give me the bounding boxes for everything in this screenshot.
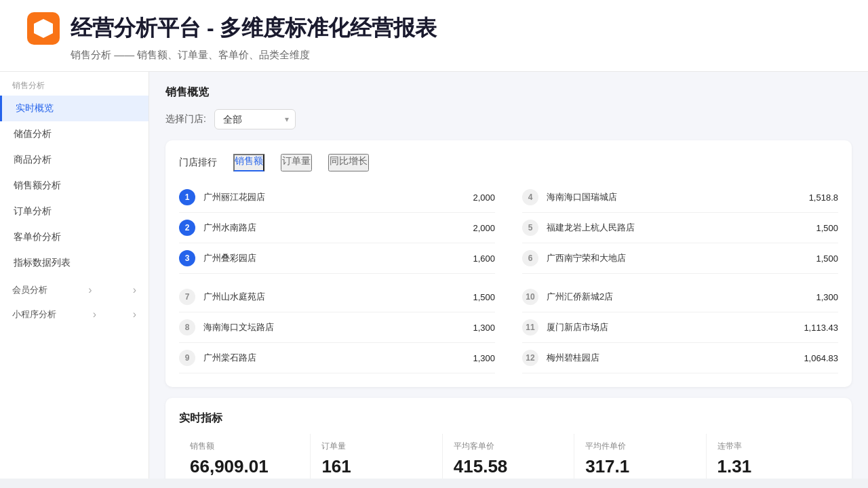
table-row: 6 广西南宁荣和大地店 1,500 [522, 243, 838, 274]
rank-badge-9: 9 [179, 350, 195, 366]
sidebar-category-member: 会员分析 › [0, 276, 149, 300]
store-value: 2,000 [473, 223, 495, 233]
metric-avg-unit-label: 平均件单价 [585, 441, 694, 452]
table-row: 4 海南海口国瑞城店 1,518.8 [522, 182, 838, 213]
store-value: 1,300 [816, 292, 838, 302]
store-name: 福建龙岩上杭人民路店 [547, 222, 808, 234]
sidebar-item-product[interactable]: 商品分析 [0, 147, 149, 173]
store-value: 2,000 [473, 192, 495, 203]
store-name: 广州汇侨新城2店 [547, 291, 808, 303]
store-name: 广州水南路店 [203, 222, 465, 234]
table-row: 3 广州叠彩园店 1,600 [179, 243, 495, 274]
table-row: 12 梅州碧桂园店 1,064.83 [522, 343, 838, 373]
store-value: 1,500 [816, 253, 838, 264]
ranking-tabs-row: 门店排行 销售额 订单量 同比增长 [179, 154, 838, 171]
sidebar-item-orders[interactable]: 订单分析 [0, 199, 149, 224]
overview-title: 销售概览 [165, 85, 852, 100]
logo [27, 12, 60, 45]
ranking-title: 门店排行 [179, 157, 217, 169]
main-content: 销售概览 选择门店: 全部 广州 海南 福建 广西 厦门 梅州 [149, 72, 868, 479]
store-value: 1,518.8 [809, 192, 838, 203]
store-select-wrapper[interactable]: 全部 广州 海南 福建 广西 厦门 梅州 [214, 109, 296, 129]
sidebar-item-sales-analysis[interactable]: 销售额分析 [0, 173, 149, 199]
sidebar-item-member[interactable]: 会员分析 › [12, 284, 136, 296]
store-value: 1,113.43 [804, 323, 838, 333]
table-row: 1 广州丽江花园店 2,000 [179, 182, 495, 213]
metric-avg-unit-value: 317.1 [585, 456, 694, 477]
rank-badge-4: 4 [522, 189, 538, 205]
rank-badge-8: 8 [179, 319, 195, 336]
store-value: 1,500 [473, 292, 495, 302]
store-value: 1,300 [473, 353, 495, 363]
rank-badge-5: 5 [522, 220, 538, 236]
metrics-grid: 销售额 66,909.01 周同比 -1.64% 日环比 +16.45% [179, 434, 838, 479]
page-title: 经营分析平台 - 多维度标准化经营报表 [71, 14, 437, 43]
logo-icon [34, 19, 53, 38]
ranking-card: 门店排行 销售额 订单量 同比增长 1 广州丽江花园店 2,000 [165, 140, 852, 387]
ranking-grid: 1 广州丽江花园店 2,000 2 广州水南路店 2,000 3 广州叠彩园店 [179, 182, 838, 373]
store-value: 1,300 [473, 323, 495, 333]
store-name: 广州叠彩园店 [203, 252, 465, 264]
store-name: 海南海口国瑞城店 [547, 191, 801, 203]
table-row: 2 广州水南路店 2,000 [179, 213, 495, 243]
metric-avg-customer-value: 415.58 [454, 456, 563, 477]
filter-label: 选择门店: [165, 113, 206, 125]
sidebar-category-sales: 销售分析 [0, 72, 149, 96]
store-name: 海南海口文坛路店 [203, 321, 465, 333]
metric-avg-customer-label: 平均客单价 [454, 441, 563, 452]
store-value: 1,064.83 [804, 353, 838, 363]
tab-sales[interactable]: 销售额 [233, 154, 264, 171]
table-row: 9 广州棠石路店 1,300 [179, 343, 495, 373]
store-name: 广西南宁荣和大地店 [547, 252, 808, 264]
store-name: 广州山水庭苑店 [203, 291, 465, 303]
store-select[interactable]: 全部 广州 海南 福建 广西 厦门 梅州 [214, 109, 296, 129]
realtime-metrics-card: 实时指标 销售额 66,909.01 周同比 -1.64% [165, 398, 852, 479]
page-subtitle: 销售分析 —— 销售额、订单量、客单价、品类全维度 [71, 49, 841, 62]
tab-orders[interactable]: 订单量 [281, 154, 312, 171]
metric-avg-unit: 平均件单价 317.1 周同比 -17.96% 日环比 -11.69% [574, 434, 706, 479]
sidebar-item-miniapp[interactable]: 小程序分析 › [12, 308, 136, 321]
ranking-left-col: 1 广州丽江花园店 2,000 2 广州水南路店 2,000 3 广州叠彩园店 [179, 182, 495, 373]
store-value: 1,500 [816, 223, 838, 233]
metric-orders-label: 订单量 [321, 441, 431, 452]
tab-growth[interactable]: 同比增长 [328, 154, 369, 171]
metric-avg-customer: 平均客单价 415.58 周同比 -16.92% 日环比 -16.10% [443, 434, 574, 479]
table-row: 10 广州汇侨新城2店 1,300 [522, 282, 838, 312]
header-top: 经营分析平台 - 多维度标准化经营报表 [27, 12, 841, 45]
sidebar-item-metrics[interactable]: 指标数据列表 [0, 250, 149, 276]
sidebar-item-avg-price[interactable]: 客单价分析 [0, 224, 149, 250]
filter-row: 选择门店: 全部 广州 海南 福建 广西 厦门 梅州 [165, 109, 852, 129]
metric-sales-value: 66,909.01 [190, 456, 299, 477]
rank-badge-6: 6 [522, 250, 538, 266]
table-row: 7 广州山水庭苑店 1,500 [179, 282, 495, 312]
sidebar-item-savings[interactable]: 储值分析 [0, 121, 149, 147]
rank-badge-12: 12 [522, 350, 538, 366]
sidebar-category-miniapp: 小程序分析 › [0, 300, 149, 325]
metric-connect-rate-value: 1.31 [717, 456, 827, 477]
realtime-title: 实时指标 [179, 411, 838, 426]
store-name: 广州棠石路店 [203, 352, 465, 364]
rank-badge-7: 7 [179, 289, 195, 305]
metric-sales-label: 销售额 [190, 441, 299, 452]
store-value: 1,600 [473, 253, 495, 264]
store-name: 广州丽江花园店 [203, 191, 465, 203]
chevron-miniapp-icon: › [93, 308, 96, 321]
metric-orders: 订单量 161 周同比 +18.38% 日环比 +38.79% [311, 434, 442, 479]
table-row: 11 厦门新店市场店 1,113.43 [522, 312, 838, 343]
metric-connect-rate-label: 连带率 [717, 441, 827, 452]
rank-badge-2: 2 [179, 220, 195, 236]
store-name: 厦门新店市场店 [547, 321, 795, 333]
sidebar-item-realtime[interactable]: 实时概览 [0, 96, 149, 121]
rank-badge-1: 1 [179, 189, 195, 205]
table-row: 8 海南海口文坛路店 1,300 [179, 312, 495, 343]
metric-sales: 销售额 66,909.01 周同比 -1.64% 日环比 +16.45% [179, 434, 311, 479]
rank-badge-3: 3 [179, 250, 195, 266]
rank-badge-11: 11 [522, 319, 538, 336]
metric-orders-value: 161 [321, 456, 431, 477]
table-row: 5 福建龙岩上杭人民路店 1,500 [522, 213, 838, 243]
sales-overview-section: 销售概览 选择门店: 全部 广州 海南 福建 广西 厦门 梅州 [165, 85, 852, 479]
store-name: 梅州碧桂园店 [547, 352, 795, 364]
main-layout: 销售分析 实时概览 储值分析 商品分析 销售额分析 订单分析 客单价分析 指标数… [0, 72, 868, 479]
header: 经营分析平台 - 多维度标准化经营报表 销售分析 —— 销售额、订单量、客单价、… [0, 0, 868, 72]
sidebar: 销售分析 实时概览 储值分析 商品分析 销售额分析 订单分析 客单价分析 指标数… [0, 72, 149, 479]
